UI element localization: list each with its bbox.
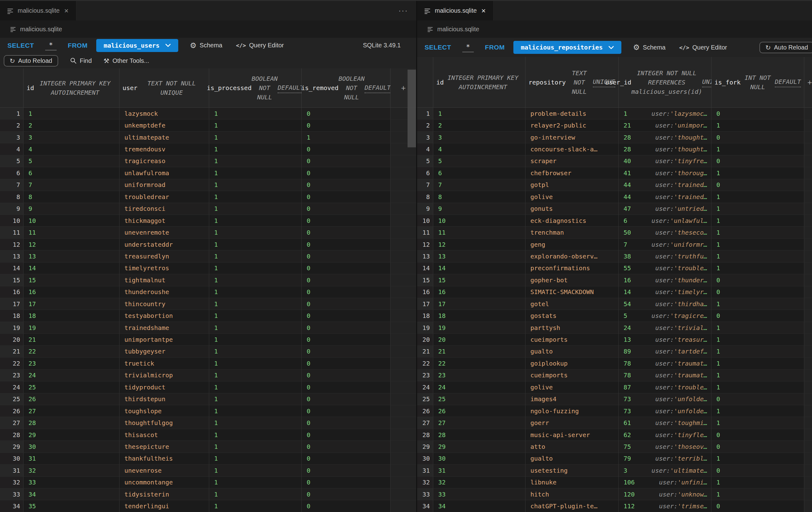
cell-id[interactable]: 1 <box>24 108 119 119</box>
cell-is_processed[interactable]: 1 <box>209 262 302 274</box>
cell-id[interactable]: 1 <box>433 108 525 119</box>
cell-id[interactable]: 9 <box>24 203 119 215</box>
cell-repository[interactable]: scraper <box>525 155 618 167</box>
cell-user[interactable]: tubbygeyser <box>119 346 209 358</box>
cell-repository[interactable]: atto <box>525 441 618 453</box>
cell-id[interactable]: 20 <box>433 334 525 345</box>
cell-id[interactable]: 10 <box>433 215 525 227</box>
cell-is_removed[interactable]: 0 <box>302 393 390 405</box>
cell-user_id[interactable]: 28user:'thought… <box>618 143 712 155</box>
cell-user_id[interactable]: 106user:'unfini… <box>618 477 712 488</box>
cell-id[interactable]: 11 <box>433 227 525 238</box>
cell-user[interactable]: thunderoushe <box>119 286 209 298</box>
cell-user_id[interactable]: 24user:'trivial… <box>618 322 712 334</box>
cell-id[interactable]: 26 <box>24 393 119 405</box>
cell-id[interactable]: 32 <box>433 477 525 488</box>
cell-user_id[interactable]: 44user:'trained… <box>618 191 712 203</box>
cell-is_processed[interactable]: 1 <box>209 477 302 488</box>
cell-user[interactable]: thankfultheis <box>119 453 209 465</box>
cell-user[interactable]: testyabortion <box>119 310 209 322</box>
cell-id[interactable]: 13 <box>433 250 525 262</box>
cell-repository[interactable]: golive <box>525 381 618 393</box>
cell-id[interactable]: 29 <box>433 441 525 453</box>
cell-user_id[interactable]: 28user:'thought… <box>618 132 712 143</box>
cell-is_fork[interactable]: 1 <box>712 334 804 345</box>
cell-is_fork[interactable]: 1 <box>712 215 804 227</box>
cell-is_removed[interactable]: 0 <box>302 119 390 131</box>
cell-is_processed[interactable]: 1 <box>209 143 302 155</box>
cell-id[interactable]: 9 <box>433 203 525 215</box>
cell-user[interactable]: tightmalnut <box>119 274 209 286</box>
cell-user[interactable]: unkemptdefe <box>119 119 209 131</box>
cell-is_processed[interactable]: 1 <box>209 239 302 250</box>
cell-user[interactable]: troubledrear <box>119 191 209 203</box>
cell-user_id[interactable]: 1user:'lazysmoc… <box>618 108 712 119</box>
cell-repository[interactable]: geng <box>525 239 618 250</box>
more-actions-icon[interactable]: ··· <box>399 1 408 21</box>
select-columns-field[interactable]: * <box>45 40 57 51</box>
cell-is_fork[interactable]: 1 <box>712 405 804 417</box>
cell-id[interactable]: 16 <box>24 286 119 298</box>
cell-user[interactable]: thisascot <box>119 429 209 441</box>
cell-is_removed[interactable]: 0 <box>302 286 390 298</box>
cell-id[interactable]: 12 <box>24 239 119 250</box>
cell-id[interactable]: 24 <box>433 381 525 393</box>
cell-id[interactable]: 30 <box>433 453 525 465</box>
cell-id[interactable]: 7 <box>24 179 119 191</box>
auto-reload-button[interactable]: ↻ Auto Reload <box>4 55 58 66</box>
cell-is_removed[interactable]: 0 <box>302 250 390 262</box>
cell-id[interactable]: 28 <box>24 417 119 429</box>
cell-repository[interactable]: cueimports <box>525 370 618 381</box>
cell-id[interactable]: 35 <box>24 500 119 512</box>
cell-is_removed[interactable]: 0 <box>302 143 390 155</box>
cell-repository[interactable]: gualto <box>525 346 618 358</box>
cell-user_id[interactable]: 41user:'thoroug… <box>618 167 712 179</box>
cell-is_processed[interactable]: 1 <box>209 274 302 286</box>
cell-is_processed[interactable]: 1 <box>209 298 302 310</box>
cell-is_removed[interactable]: 0 <box>302 322 390 334</box>
table-select-dropdown[interactable]: malicious_repositories <box>513 41 621 54</box>
cell-is_removed[interactable]: 0 <box>302 488 390 500</box>
cell-is_removed[interactable]: 0 <box>302 179 390 191</box>
schema-button[interactable]: ⚙ Schema <box>633 44 666 51</box>
cell-id[interactable]: 33 <box>433 488 525 500</box>
cell-user_id[interactable]: 40user:'tinyfre… <box>618 155 712 167</box>
cell-repository[interactable]: usetesting <box>525 465 618 476</box>
cell-is_fork[interactable]: 0 <box>712 132 804 143</box>
cell-user_id[interactable]: 62user:'tinyfle… <box>618 429 712 441</box>
cell-id[interactable]: 12 <box>433 239 525 250</box>
cell-user[interactable]: thincountry <box>119 298 209 310</box>
cell-user[interactable]: unevenrose <box>119 465 209 476</box>
cell-is_processed[interactable]: 1 <box>209 250 302 262</box>
cell-id[interactable]: 34 <box>433 500 525 512</box>
cell-user_id[interactable]: 14user:'timelyr… <box>618 286 712 298</box>
cell-is_fork[interactable]: 1 <box>712 488 804 500</box>
cell-repository[interactable]: gostats <box>525 310 618 322</box>
cell-repository[interactable]: parttysh <box>525 322 618 334</box>
cell-user_id[interactable]: 75user:'thoseov… <box>618 441 712 453</box>
cell-is_fork[interactable]: 1 <box>712 453 804 465</box>
column-header-is_processed[interactable]: is_processed BOOLEAN NOT NULL DEFAULT <box>209 68 302 108</box>
cell-is_removed[interactable]: 0 <box>302 167 390 179</box>
cell-is_fork[interactable]: 0 <box>712 500 804 512</box>
cell-id[interactable]: 19 <box>433 322 525 334</box>
other-tools-button[interactable]: ⚒ Other Tools... <box>104 57 149 64</box>
cell-is_fork[interactable]: 1 <box>712 191 804 203</box>
cell-id[interactable]: 24 <box>24 370 119 381</box>
cell-is_processed[interactable]: 1 <box>209 453 302 465</box>
cell-repository[interactable]: ngolo-fuzzing <box>525 405 618 417</box>
close-icon[interactable]: × <box>64 7 69 15</box>
cell-repository[interactable]: gualto <box>525 453 618 465</box>
cell-is_fork[interactable]: 1 <box>712 477 804 488</box>
cell-is_processed[interactable]: 1 <box>209 155 302 167</box>
cell-is_processed[interactable]: 1 <box>209 215 302 227</box>
cell-user_id[interactable]: 89user:'tartdef… <box>618 346 712 358</box>
column-header-is_fork[interactable]: is_fork INT NOT NULL DEFAULT <box>712 57 804 108</box>
cell-is_removed[interactable]: 0 <box>302 239 390 250</box>
cell-user[interactable]: thirdstepun <box>119 393 209 405</box>
cell-is_removed[interactable]: 0 <box>302 262 390 274</box>
cell-user_id[interactable]: 78user:'traumat… <box>618 370 712 381</box>
tab-malicious-sqlite[interactable]: malicious.sqlite × <box>0 1 77 21</box>
cell-repository[interactable]: images4 <box>525 393 618 405</box>
cell-is_removed[interactable]: 0 <box>302 500 390 512</box>
